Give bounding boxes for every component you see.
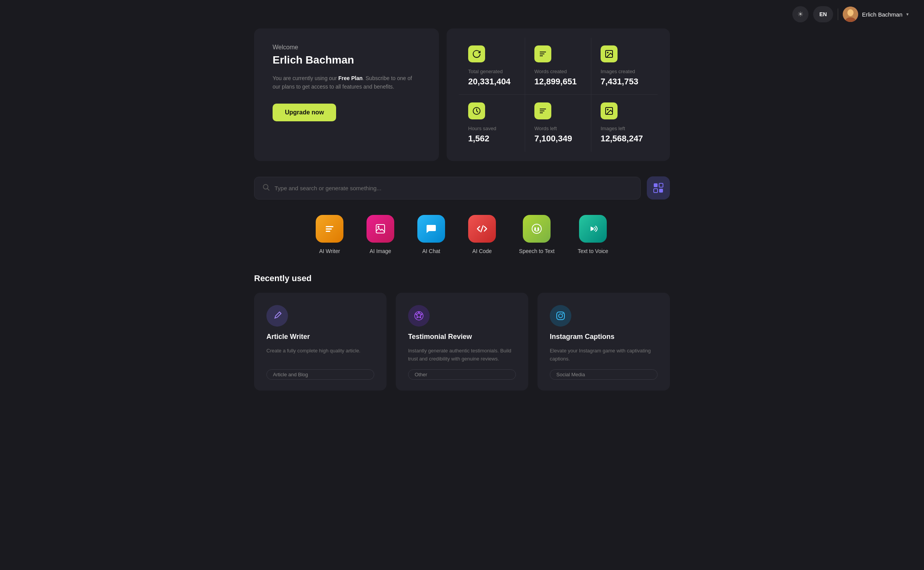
stat-hours-label: Hours saved <box>468 126 516 131</box>
header-divider <box>838 8 838 20</box>
text-to-voice-icon <box>579 215 607 243</box>
svg-rect-18 <box>654 189 658 193</box>
svg-point-26 <box>532 224 541 233</box>
speech-to-text-label: Speech to Text <box>519 248 554 254</box>
ai-writer-label: AI Writer <box>319 248 340 254</box>
stat-images-created-label: Images created <box>601 69 648 74</box>
user-name: Erlich Bachman <box>862 11 902 18</box>
stats-card: Total generated 20,331,404 Words created… <box>447 28 670 161</box>
instagram-captions-card[interactable]: Instagram Captions Elevate your Instagra… <box>537 293 670 391</box>
svg-rect-9 <box>540 109 546 109</box>
welcome-desc-start: You are currently using our <box>273 75 338 81</box>
welcome-user-name: Erlich Bachman <box>273 54 420 66</box>
ai-writer-icon <box>316 215 343 243</box>
sun-icon: ☀ <box>797 10 803 18</box>
feature-text-to-voice[interactable]: Text to Voice <box>578 215 608 254</box>
testimonial-desc: Instantly generate authentic testimonial… <box>408 347 516 363</box>
clock-icon <box>468 102 485 119</box>
stat-total-value: 20,331,404 <box>468 77 516 87</box>
words-left-icon <box>534 102 551 119</box>
stat-words-created: Words created 12,899,651 <box>525 38 591 95</box>
stat-words-created-value: 12,899,651 <box>534 77 582 87</box>
svg-rect-3 <box>540 52 546 52</box>
article-writer-title: Article Writer <box>266 333 374 341</box>
feature-ai-image[interactable]: AI Image <box>367 215 394 254</box>
chevron-down-icon: ▾ <box>906 12 909 17</box>
avatar <box>843 7 858 22</box>
stat-images-created-value: 7,431,753 <box>601 77 648 87</box>
instagram-title: Instagram Captions <box>550 333 658 341</box>
svg-point-30 <box>559 314 562 318</box>
instagram-tag[interactable]: Social Media <box>550 369 658 380</box>
upgrade-button[interactable]: Upgrade now <box>273 104 336 121</box>
ai-code-label: AI Code <box>472 248 492 254</box>
user-profile[interactable]: Erlich Bachman ▾ <box>843 7 909 22</box>
theme-toggle-button[interactable]: ☀ <box>792 6 808 22</box>
stat-words-created-label: Words created <box>534 69 582 74</box>
instagram-desc: Elevate your Instagram game with captiva… <box>550 347 658 363</box>
text-to-voice-label: Text to Voice <box>578 248 608 254</box>
stat-words-left: Words left 7,100,349 <box>525 95 591 152</box>
ai-chat-label: AI Chat <box>422 248 440 254</box>
stat-images-left-label: Images left <box>601 126 648 131</box>
stat-words-left-value: 7,100,349 <box>534 134 582 144</box>
feature-ai-chat[interactable]: AI Chat <box>417 215 445 254</box>
instagram-icon <box>550 305 571 327</box>
svg-marker-27 <box>591 226 594 231</box>
svg-rect-19 <box>659 189 663 193</box>
stat-total-label: Total generated <box>468 69 516 74</box>
svg-line-25 <box>481 226 483 232</box>
svg-rect-20 <box>326 226 333 227</box>
speech-to-text-icon <box>523 215 551 243</box>
ai-image-icon <box>367 215 394 243</box>
ai-chat-icon <box>417 215 445 243</box>
article-writer-card[interactable]: Article Writer Create a fully complete h… <box>254 293 387 391</box>
search-input[interactable] <box>275 185 633 191</box>
svg-point-28 <box>415 312 423 320</box>
svg-point-31 <box>562 313 564 314</box>
search-row <box>254 176 670 200</box>
testimonial-title: Testimonial Review <box>408 333 516 341</box>
stat-images-created: Images created 7,431,753 <box>591 38 658 95</box>
svg-rect-17 <box>659 183 663 187</box>
svg-rect-23 <box>376 225 385 233</box>
svg-rect-11 <box>540 112 543 113</box>
svg-point-7 <box>607 52 609 54</box>
welcome-description: You are currently using our Free Plan. S… <box>273 74 420 91</box>
welcome-card: Welcome Erlich Bachman You are currently… <box>254 28 439 161</box>
stat-total-generated: Total generated 20,331,404 <box>459 38 525 95</box>
article-writer-tag[interactable]: Article and Blog <box>266 369 374 380</box>
recently-used-title: Recently used <box>254 273 670 283</box>
feature-ai-writer[interactable]: AI Writer <box>316 215 343 254</box>
article-writer-desc: Create a fully complete high quality art… <box>266 347 374 363</box>
grid-view-button[interactable] <box>647 176 670 200</box>
stat-hours-value: 1,562 <box>468 134 516 144</box>
recently-used-section: Recently used Article Writer Create a fu… <box>254 273 670 391</box>
svg-line-15 <box>268 188 270 190</box>
svg-rect-5 <box>540 55 543 56</box>
testimonial-review-card[interactable]: Testimonial Review Instantly generate au… <box>396 293 528 391</box>
welcome-label: Welcome <box>273 44 420 51</box>
stat-words-left-label: Words left <box>534 126 582 131</box>
feature-ai-code[interactable]: AI Code <box>468 215 496 254</box>
svg-rect-4 <box>540 54 544 54</box>
svg-rect-22 <box>326 231 330 232</box>
testimonial-icon <box>408 305 430 327</box>
text-icon <box>534 45 551 62</box>
svg-rect-21 <box>326 228 332 230</box>
ai-code-icon <box>468 215 496 243</box>
top-row: Welcome Erlich Bachman You are currently… <box>254 28 670 161</box>
search-bar[interactable] <box>254 177 641 200</box>
svg-rect-16 <box>654 183 658 187</box>
svg-point-1 <box>847 9 854 16</box>
features-row: AI Writer AI Image AI Chat <box>254 215 670 254</box>
testimonial-tag[interactable]: Other <box>408 369 516 380</box>
language-selector[interactable]: EN <box>813 6 833 22</box>
main-content: Welcome Erlich Bachman You are currently… <box>185 28 739 414</box>
feature-speech-to-text[interactable]: Speech to Text <box>519 215 554 254</box>
stat-images-left-value: 12,568,247 <box>601 134 648 144</box>
stat-hours-saved: Hours saved 1,562 <box>459 95 525 152</box>
refresh-icon <box>468 45 485 62</box>
svg-rect-10 <box>540 111 544 111</box>
svg-point-24 <box>378 226 380 228</box>
